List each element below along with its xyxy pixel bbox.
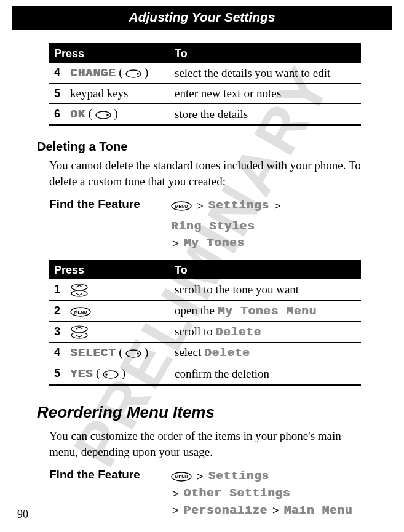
page-title: Adjusting Your Settings — [129, 10, 275, 24]
chevron-right-icon: > — [171, 486, 180, 502]
step-to-prefix: select — [175, 346, 204, 359]
step-to: store the details — [170, 104, 361, 125]
menu-path-item: Personalize — [184, 502, 267, 520]
table1-head-press: Press — [49, 45, 170, 63]
chevron-right-icon: > — [271, 502, 280, 518]
table-row: 4 SELECT ( ) select Delete — [49, 343, 361, 363]
chevron-right-icon: > — [196, 198, 205, 214]
step-to-menu: Delete — [204, 346, 250, 360]
find-feature-path: MENU > Settings > Other Settings > Perso… — [171, 468, 361, 519]
svg-point-15 — [105, 373, 108, 376]
page-title-banner: Adjusting Your Settings — [12, 6, 392, 30]
find-feature-row: Find the Feature MENU > Settings > Ring … — [49, 197, 361, 252]
table2: Press To 1 scroll to the t — [49, 261, 361, 386]
menu-path-item: Settings — [208, 468, 269, 485]
softkey-right-icon — [95, 111, 111, 119]
softkey-left-icon — [103, 370, 119, 379]
svg-point-3 — [106, 114, 109, 116]
menu-key-icon: MENU — [171, 472, 192, 482]
step-to-menu: My Tones Menu — [218, 304, 317, 318]
deleting-tone-heading: Deleting a Tone — [37, 140, 361, 154]
reordering-heading: Reordering Menu Items — [37, 403, 361, 422]
step-number: 4 — [49, 343, 65, 363]
step-number: 4 — [49, 63, 65, 84]
step-to-prefix: scroll to — [175, 325, 216, 338]
step-press — [65, 279, 170, 300]
menu-path-item: Main Menu — [283, 502, 352, 520]
step-press: SELECT ( ) — [65, 343, 170, 363]
table-row: 1 scroll to the tone you want — [49, 279, 361, 300]
step-press — [65, 321, 170, 343]
step-number: 3 — [49, 321, 65, 343]
step-to: select the details you want to edit — [170, 63, 361, 84]
svg-point-13 — [137, 352, 139, 355]
softkey-label: SELECT — [70, 346, 116, 360]
table1: Press To 4 CHANGE ( ) select the details… — [49, 45, 361, 126]
svg-text:MENU: MENU — [74, 310, 87, 314]
table1-head-to: To — [170, 45, 361, 63]
step-to: scroll to the tone you want — [170, 279, 361, 300]
step-to: confirm the deletion — [170, 363, 361, 385]
menu-key-icon: MENU — [171, 201, 192, 211]
key-paren-close: ) — [122, 367, 125, 379]
step-press: OK ( ) — [65, 104, 170, 125]
find-feature-path: MENU > Settings > Ring Styles > My Tones — [171, 197, 361, 252]
step-to-prefix: open the — [175, 304, 218, 317]
softkey-label: YES — [70, 367, 93, 381]
find-feature-row-2: Find the Feature MENU > Settings > Other… — [49, 468, 361, 519]
page-number: 90 — [17, 508, 28, 521]
step-press: MENU — [65, 300, 170, 321]
table2-head-press: Press — [49, 261, 170, 279]
step-number: 5 — [49, 84, 65, 104]
key-paren-close: ) — [114, 107, 117, 120]
table-row: 2 MENU open the My Tones Menu — [49, 300, 361, 321]
key-paren-close: ) — [145, 346, 148, 359]
step-to-menu: Delete — [216, 325, 261, 339]
svg-text:MENU: MENU — [175, 475, 188, 479]
softkey-label: OK — [70, 108, 85, 121]
chevron-right-icon: > — [171, 236, 180, 252]
menu-path-item: Ring Styles — [171, 218, 255, 236]
svg-text:MENU: MENU — [175, 204, 188, 208]
table-row: 6 OK ( ) store the details — [49, 104, 361, 125]
step-press: YES ( ) — [65, 363, 170, 385]
scroll-key-icon — [70, 325, 89, 339]
step-number: 1 — [49, 279, 65, 300]
menu-path-item: Settings — [208, 197, 269, 215]
step-press: keypad keys — [65, 84, 170, 104]
table-row: 5 YES ( ) confirm the deletion — [49, 363, 361, 385]
step-to: open the My Tones Menu — [170, 300, 361, 321]
step-number: 6 — [49, 104, 65, 125]
chevron-right-icon: > — [273, 198, 282, 214]
page-content: Press To 4 CHANGE ( ) select the details… — [0, 30, 404, 519]
menu-key-icon: MENU — [70, 307, 91, 317]
key-paren: ( — [119, 346, 122, 359]
svg-point-1 — [137, 73, 139, 75]
menu-path-item: My Tones — [184, 235, 245, 252]
chevron-right-icon: > — [196, 469, 205, 485]
step-to: select Delete — [170, 343, 361, 363]
scroll-key-icon — [70, 284, 89, 297]
table-row: 5 keypad keys enter new text or notes — [49, 84, 361, 104]
find-feature-label: Find the Feature — [49, 197, 160, 211]
step-press: CHANGE ( ) — [65, 63, 170, 84]
chevron-right-icon: > — [171, 502, 180, 518]
key-paren-close: ) — [145, 66, 148, 79]
table-row: 3 scroll to Delete — [49, 321, 361, 343]
softkey-label: CHANGE — [70, 66, 116, 80]
step-number: 5 — [49, 363, 65, 385]
step-to: scroll to Delete — [170, 321, 361, 343]
key-paren: ( — [119, 66, 122, 79]
table2-head-to: To — [170, 261, 361, 279]
step-to: enter new text or notes — [170, 84, 361, 104]
key-paren: ( — [96, 367, 100, 379]
reordering-body: You can customize the order of the items… — [49, 428, 361, 459]
deleting-tone-body: You cannot delete the standard tones inc… — [49, 157, 361, 189]
menu-path-item: Other Settings — [184, 485, 291, 502]
softkey-right-icon — [125, 69, 141, 78]
step-number: 2 — [49, 300, 65, 321]
table-row: 4 CHANGE ( ) select the details you want… — [49, 63, 361, 84]
find-feature-label: Find the Feature — [49, 468, 160, 482]
key-paren: ( — [89, 107, 92, 120]
softkey-right-icon — [125, 349, 141, 358]
